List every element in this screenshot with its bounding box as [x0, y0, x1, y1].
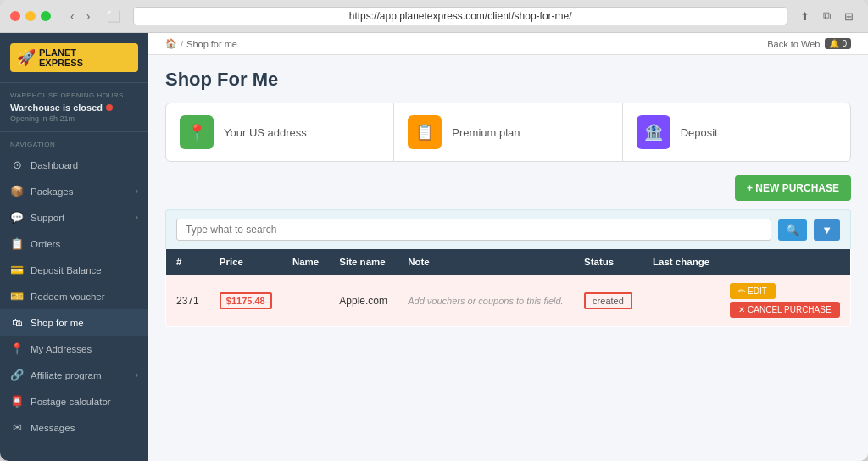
minimize-button[interactable] [25, 11, 36, 21]
new-purchase-button[interactable]: + NEW PURCHASE [735, 175, 851, 201]
cell-price: $1175.48 [209, 275, 282, 327]
fullscreen-button[interactable] [41, 11, 51, 21]
chevron-right-icon: › [136, 370, 138, 380]
col-header-price: Price [209, 249, 282, 275]
sidebar-item-label: Orders [31, 239, 60, 249]
dashboard-icon: ⊙ [10, 158, 24, 171]
back-button[interactable]: ‹ [66, 8, 79, 25]
cancel-purchase-button[interactable]: ✕ CANCEL PURCHASE [730, 302, 839, 318]
traffic-lights [10, 11, 51, 21]
logo-text-line1: PLANET [39, 47, 83, 58]
status-badge: created [584, 292, 632, 309]
sidebar-item-deposit-balance[interactable]: 💳 Deposit Balance [0, 257, 148, 283]
cell-note: Add vouchers or coupons to this field. [398, 275, 574, 327]
sidebar-item-postage-calculator[interactable]: 📮 Postage calculator [0, 388, 148, 414]
sidebar-item-label: Postage calculator [31, 397, 111, 407]
sidebar-item-label: Packages [31, 186, 74, 197]
action-buttons: ✏ EDIT ✕ CANCEL PURCHASE [730, 283, 840, 318]
logo: 🚀 PLANET EXPRESS [10, 43, 138, 72]
sidebar-item-label: Support [31, 213, 64, 223]
feature-card-us-address[interactable]: 📍 Your US address [166, 103, 394, 161]
sidebar-item-label: Deposit Balance [31, 265, 102, 275]
page-title: Shop For Me [165, 69, 851, 91]
deposit-icon: 🏦 [637, 115, 670, 149]
share-button[interactable]: ⬆ [796, 8, 814, 25]
back-to-web: Back to Web 🔔 0 [767, 38, 851, 49]
bell-icon: 🔔 [829, 39, 839, 48]
feature-cards: 📍 Your US address 📋 Premium plan 🏦 Depos… [165, 103, 851, 162]
feature-card-deposit[interactable]: 🏦 Deposit [623, 103, 850, 161]
cell-id: 2371 [166, 275, 209, 327]
sidebar-item-affiliate-program[interactable]: 🔗 Affiliate program › [0, 362, 148, 388]
filter-button[interactable]: ▼ [814, 219, 840, 241]
col-header-id: # [166, 249, 209, 275]
packages-icon: 📦 [10, 185, 24, 197]
forward-button[interactable]: › [82, 8, 95, 25]
col-header-name: Name [282, 249, 329, 275]
top-bar: 🏠 / Shop for me Back to Web 🔔 0 [148, 33, 868, 55]
cell-status: created [574, 275, 643, 327]
logo-rocket-icon: 🚀 [17, 48, 36, 67]
support-icon: 💬 [10, 211, 24, 224]
add-tab-button[interactable]: ⧉ [819, 8, 835, 25]
premium-plan-label: Premium plan [452, 126, 520, 139]
postage-icon: 📮 [10, 395, 24, 408]
search-input[interactable] [176, 219, 771, 241]
warehouse-section: WAREHOUSE OPENING HOURS Warehouse is clo… [0, 82, 148, 132]
sidebar-item-shop-for-me[interactable]: 🛍 Shop for me [0, 309, 148, 336]
affiliate-icon: 🔗 [10, 369, 24, 381]
search-bar: 🔍 ▼ [165, 209, 851, 249]
sidebar-item-label: My Addresses [31, 344, 92, 354]
us-address-icon: 📍 [180, 115, 214, 149]
sidebar-item-label: Messages [31, 423, 75, 433]
sidebar-item-orders[interactable]: 📋 Orders [0, 230, 148, 257]
sidebar-item-label: Redeem voucher [31, 292, 105, 302]
warehouse-status-text: Warehouse is closed [10, 103, 103, 113]
notification-count: 0 [842, 39, 847, 48]
breadcrumb-current: Shop for me [186, 39, 237, 49]
browser-window: ‹ › ⬜ ⬆ ⧉ ⊞ 🚀 PLANET EXPRESS [0, 0, 868, 461]
table-row: 2371 $1175.48 Apple.com Add vouchers or … [166, 275, 851, 327]
toolbar-right: ⬆ ⧉ ⊞ [796, 8, 858, 25]
us-address-label: Your US address [224, 126, 307, 139]
breadcrumb-home[interactable]: 🏠 [165, 38, 177, 49]
close-button[interactable] [10, 11, 20, 21]
premium-plan-icon: 📋 [408, 115, 442, 149]
back-to-web-link[interactable]: Back to Web [767, 39, 820, 49]
main-content: 🏠 / Shop for me Back to Web 🔔 0 Shop For… [148, 33, 868, 461]
table-header-row: # Price Name Site name Note Status Last … [166, 249, 851, 275]
shop-icon: 🛍 [10, 316, 24, 329]
data-table: # Price Name Site name Note Status Last … [165, 249, 851, 327]
sidebar-item-messages[interactable]: ✉ Messages [0, 414, 148, 441]
search-button[interactable]: 🔍 [778, 219, 807, 241]
logo-text-line2: EXPRESS [39, 58, 83, 68]
cell-actions: ✏ EDIT ✕ CANCEL PURCHASE [720, 275, 850, 327]
col-header-last-change: Last change [643, 249, 720, 275]
warehouse-label: WAREHOUSE OPENING HOURS [10, 92, 138, 99]
edit-button[interactable]: ✏ EDIT [730, 283, 776, 299]
price-badge: $1175.48 [220, 292, 272, 309]
chevron-right-icon: › [136, 186, 138, 196]
orders-icon: 📋 [10, 237, 24, 250]
messages-icon: ✉ [10, 421, 24, 434]
sidebar-item-support[interactable]: 💬 Support › [0, 204, 148, 230]
sidebar-item-label: Affiliate program [31, 370, 102, 380]
sidebar-item-label: Shop for me [31, 318, 84, 328]
actions-bar: + NEW PURCHASE [165, 175, 851, 201]
col-header-site-name: Site name [329, 249, 398, 275]
chevron-right-icon: › [136, 213, 138, 222]
extensions-button[interactable]: ⊞ [840, 8, 858, 25]
feature-card-premium-plan[interactable]: 📋 Premium plan [394, 103, 622, 161]
sidebar: 🚀 PLANET EXPRESS WAREHOUSE OPENING HOURS… [0, 33, 148, 461]
sidebar-item-dashboard[interactable]: ⊙ Dashboard [0, 152, 148, 178]
sidebar-toggle-button[interactable]: ⬜ [103, 8, 125, 25]
deposit-balance-icon: 💳 [10, 264, 24, 276]
deposit-label: Deposit [681, 126, 718, 139]
sidebar-item-packages[interactable]: 📦 Packages › [0, 178, 148, 204]
sidebar-item-redeem-voucher[interactable]: 🎫 Redeem voucher [0, 283, 148, 309]
address-bar[interactable] [133, 7, 787, 25]
warehouse-opening-time: Opening in 6h 21m [10, 114, 138, 123]
page-area: Shop For Me 📍 Your US address 📋 Premium … [148, 55, 868, 461]
logo-area: 🚀 PLANET EXPRESS [0, 33, 148, 82]
sidebar-item-my-addresses[interactable]: 📍 My Addresses [0, 336, 148, 362]
